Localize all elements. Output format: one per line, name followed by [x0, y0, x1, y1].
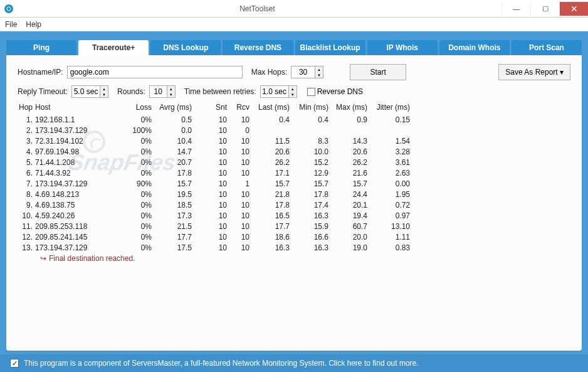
footer-text[interactable]: This program is a component of ServersMa… — [24, 359, 419, 368]
spin-down-icon[interactable]: ▼ — [167, 92, 175, 97]
menu-file[interactable]: File — [5, 20, 17, 29]
spin-up-icon[interactable]: ▲ — [315, 66, 323, 72]
cell-min: 17.8 — [290, 190, 328, 199]
cell-host: 192.168.1.1 — [35, 115, 117, 124]
cell-loss: 0% — [117, 222, 152, 231]
col-avg[interactable]: Avrg (ms) — [152, 103, 192, 112]
col-rcv[interactable]: Rcv — [227, 103, 249, 112]
col-snt[interactable]: Snt — [192, 103, 227, 112]
col-last[interactable]: Last (ms) — [249, 103, 290, 112]
cell-rcv: 10 — [227, 115, 249, 124]
table-row[interactable]: 8.4.69.148.2130%19.5101021.817.824.41.95 — [18, 189, 570, 199]
table-row[interactable]: 4.97.69.194.980%14.7101020.610.020.63.28 — [18, 146, 570, 157]
cell-min: 15.9 — [290, 222, 328, 231]
cell-max: 26.2 — [328, 158, 367, 167]
timeout-spinner[interactable]: ▲▼ — [71, 85, 108, 98]
cell-loss: 100% — [117, 126, 152, 135]
reverse-dns-checkbox[interactable]: Reverse DNS — [307, 87, 363, 96]
menu-help[interactable]: Help — [26, 20, 41, 29]
cell-rcv: 10 — [227, 190, 249, 199]
cell-last: 17.7 — [249, 222, 290, 231]
col-max[interactable]: Max (ms) — [328, 103, 367, 112]
cell-host: 71.44.1.208 — [35, 158, 117, 167]
footer-bar[interactable]: ✓ This program is a component of Servers… — [0, 354, 588, 372]
maxhops-spinner[interactable]: ▲▼ — [291, 66, 323, 78]
table-row[interactable]: 3.72.31.194.1020%10.4101011.58.314.31.54 — [18, 136, 570, 146]
save-as-report-button[interactable]: Save As Report ▾ — [498, 64, 570, 80]
tab-blacklist[interactable]: Blacklist Lookup — [295, 40, 365, 55]
cell-snt: 10 — [192, 201, 227, 210]
cell-jit: 13.10 — [367, 222, 410, 231]
spin-down-icon[interactable]: ▼ — [100, 92, 108, 97]
cell-rcv: 10 — [227, 233, 249, 242]
cell-snt: 10 — [192, 169, 227, 178]
table-row[interactable]: 11.209.85.253.1180%21.5101017.715.960.71… — [18, 221, 570, 231]
table-row[interactable]: 1.192.168.1.10%0.510100.40.40.90.15 — [18, 114, 570, 125]
cell-last: 17.1 — [249, 169, 290, 178]
table-row[interactable]: 13.173.194.37.1290%17.5101016.316.319.00… — [18, 242, 570, 253]
cell-snt: 10 — [192, 243, 227, 252]
cell-max: 20.6 — [328, 147, 367, 156]
maxhops-value[interactable] — [291, 66, 315, 78]
spin-up-icon[interactable]: ▲ — [167, 86, 175, 92]
table-row[interactable]: 2.173.194.37.129100%0.0100 — [18, 125, 570, 136]
col-hop[interactable]: Hop — [18, 103, 35, 112]
rounds-spinner[interactable]: ▲▼ — [149, 85, 176, 98]
col-loss[interactable]: Loss — [117, 103, 152, 112]
tab-portscan[interactable]: Port Scan — [512, 40, 582, 55]
tab-revdns[interactable]: Reverse DNS — [223, 40, 293, 55]
spin-up-icon[interactable]: ▲ — [100, 86, 108, 92]
main-panel: SnapFiles Hostname/IP: Max Hops: ▲▼ Star… — [6, 55, 582, 351]
table-row[interactable]: 12.209.85.241.1450%17.7101018.616.620.01… — [18, 231, 570, 242]
cell-jit: 1.54 — [367, 137, 410, 146]
cell-jit: 0.15 — [367, 115, 410, 124]
rounds-value[interactable] — [149, 85, 167, 98]
table-row[interactable]: 5.71.44.1.2080%20.7101026.215.226.23.61 — [18, 157, 570, 167]
cell-host: 4.59.240.26 — [35, 211, 117, 220]
timeout-value[interactable] — [71, 85, 100, 98]
start-button[interactable]: Start — [350, 64, 406, 80]
cell-loss: 0% — [117, 158, 152, 167]
cell-avg: 0.5 — [152, 115, 192, 124]
tbr-spinner[interactable]: ▲▼ — [260, 85, 297, 98]
maxhops-label: Max Hops: — [251, 68, 287, 77]
cell-snt: 10 — [192, 137, 227, 146]
table-row[interactable]: 10.4.59.240.260%17.3101016.516.319.40.97 — [18, 210, 570, 221]
checkbox-icon[interactable] — [307, 88, 315, 96]
tbr-value[interactable] — [260, 85, 288, 98]
spin-down-icon[interactable]: ▼ — [289, 92, 297, 97]
tab-row: PingTraceroute+DNS LookupReverse DNSBlac… — [6, 40, 582, 55]
cell-max: 24.4 — [328, 190, 367, 199]
col-host[interactable]: Host — [35, 103, 117, 112]
tab-traceroute[interactable]: Traceroute+ — [78, 40, 149, 55]
cell-loss: 0% — [117, 233, 152, 242]
table-row[interactable]: 6.71.44.3.920%17.8101017.112.921.62.63 — [18, 167, 570, 178]
cell-snt: 10 — [192, 190, 227, 199]
cell-rcv: 1 — [227, 179, 249, 188]
cell-idx: 1. — [18, 115, 35, 124]
table-header: Hop Host Loss Avrg (ms) Snt Rcv Last (ms… — [18, 103, 570, 114]
cell-snt: 10 — [192, 179, 227, 188]
spin-up-icon[interactable]: ▲ — [289, 86, 297, 92]
col-jitter[interactable]: Jitter (ms) — [367, 103, 410, 112]
tab-domwhois[interactable]: Domain Whois — [439, 40, 510, 55]
cell-host: 173.194.37.129 — [35, 126, 117, 135]
maximize-button[interactable]: ▢ — [530, 2, 559, 16]
minimize-button[interactable]: — — [501, 2, 530, 16]
table-row[interactable]: 7.173.194.37.12990%15.710115.715.715.70.… — [18, 178, 570, 189]
cell-min: 16.3 — [290, 211, 328, 220]
tab-dns[interactable]: DNS Lookup — [150, 40, 221, 55]
spin-down-icon[interactable]: ▼ — [315, 72, 323, 78]
cell-max: 0.9 — [328, 115, 367, 124]
tab-ping[interactable]: Ping — [6, 40, 76, 55]
tab-ipwhois[interactable]: IP Whois — [367, 40, 438, 55]
cell-host: 72.31.194.102 — [35, 137, 117, 146]
close-button[interactable]: ✕ — [559, 2, 588, 16]
footer-checkbox-icon[interactable]: ✓ — [10, 359, 19, 368]
cell-last: 26.2 — [249, 158, 290, 167]
cell-loss: 0% — [117, 201, 152, 210]
col-min[interactable]: Min (ms) — [290, 103, 328, 112]
table-row[interactable]: 9.4.69.138.750%18.5101017.817.420.10.72 — [18, 199, 570, 210]
cell-last: 17.8 — [249, 201, 290, 210]
hostname-input[interactable] — [67, 66, 243, 78]
